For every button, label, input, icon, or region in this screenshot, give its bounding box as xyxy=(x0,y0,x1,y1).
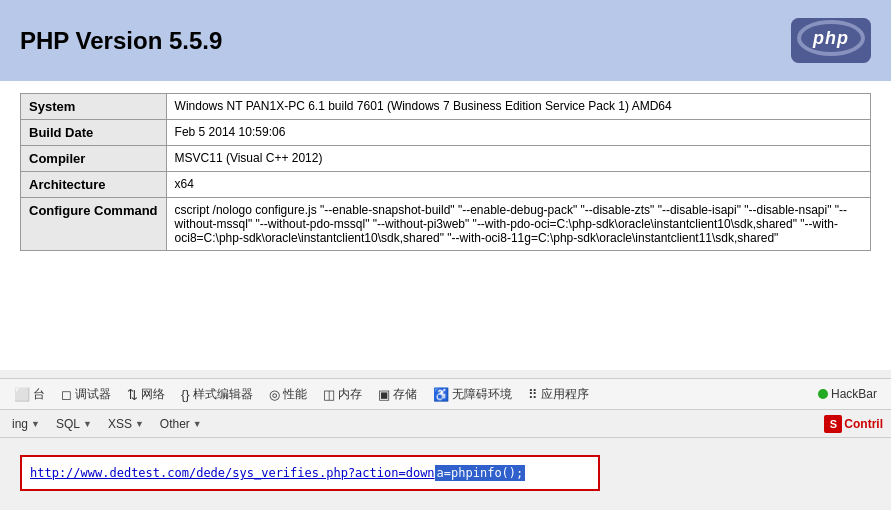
url-bar-area: http://www.dedtest.com/dede/sys_verifies… xyxy=(20,448,871,498)
url-highlight-text: a=phpinfo(); xyxy=(435,465,526,481)
hackbar-xss-arrow: ▼ xyxy=(135,419,144,429)
console-label: 台 xyxy=(33,386,45,403)
perf-icon: ◎ xyxy=(269,387,280,402)
table-label: Configure Command xyxy=(21,198,167,251)
main-content: PHP Version 5.5.9 php SystemWindows NT P… xyxy=(0,0,891,370)
hackbar-dot-icon xyxy=(818,389,828,399)
debugger-label: 调试器 xyxy=(75,386,111,403)
devtools-toolbar: ⬜ 台 ◻ 调试器 ⇅ 网络 {} 样式编辑器 ◎ 性能 ◫ 内存 ▣ 存储 ♿… xyxy=(0,378,891,410)
hackbar-other-arrow: ▼ xyxy=(193,419,202,429)
storage-label: 存储 xyxy=(393,386,417,403)
hackbar-ing-label: ing xyxy=(12,417,28,431)
contri-icon: S xyxy=(824,415,842,433)
hackbar-row: ing ▼ SQL ▼ XSS ▼ Other ▼ S Contril xyxy=(0,410,891,438)
table-label: System xyxy=(21,94,167,120)
toolbar-tab-style-editor[interactable]: {} 样式编辑器 xyxy=(175,384,259,405)
accessibility-label: 无障碍环境 xyxy=(452,386,512,403)
php-info-table: SystemWindows NT PAN1X-PC 6.1 build 7601… xyxy=(20,93,871,251)
accessibility-icon: ♿ xyxy=(433,387,449,402)
application-label: 应用程序 xyxy=(541,386,589,403)
hackbar-button[interactable]: HackBar xyxy=(812,385,883,403)
hackbar-other-label: Other xyxy=(160,417,190,431)
php-logo-text: php xyxy=(791,18,871,63)
table-label: Compiler xyxy=(21,146,167,172)
toolbar-tab-network[interactable]: ⇅ 网络 xyxy=(121,384,171,405)
hackbar-menu-xss[interactable]: XSS ▼ xyxy=(104,415,148,433)
toolbar-tab-debugger[interactable]: ◻ 调试器 xyxy=(55,384,117,405)
table-value: MSVC11 (Visual C++ 2012) xyxy=(166,146,870,172)
table-row: Configure Commandcscript /nologo configu… xyxy=(21,198,871,251)
toolbar-tab-accessibility[interactable]: ♿ 无障碍环境 xyxy=(427,384,518,405)
console-icon: ⬜ xyxy=(14,387,30,402)
style-icon: {} xyxy=(181,387,190,402)
table-row: SystemWindows NT PAN1X-PC 6.1 build 7601… xyxy=(21,94,871,120)
debugger-icon: ◻ xyxy=(61,387,72,402)
memory-icon: ◫ xyxy=(323,387,335,402)
contri-label: Contril xyxy=(844,417,883,431)
table-row: Build DateFeb 5 2014 10:59:06 xyxy=(21,120,871,146)
hackbar-menu-sql[interactable]: SQL ▼ xyxy=(52,415,96,433)
style-label: 样式编辑器 xyxy=(193,386,253,403)
table-label: Architecture xyxy=(21,172,167,198)
toolbar-tab-memory[interactable]: ◫ 内存 xyxy=(317,384,368,405)
table-value: x64 xyxy=(166,172,870,198)
hackbar-xss-label: XSS xyxy=(108,417,132,431)
hackbar-menu-other[interactable]: Other ▼ xyxy=(156,415,206,433)
table-label: Build Date xyxy=(21,120,167,146)
toolbar-tab-console[interactable]: ⬜ 台 xyxy=(8,384,51,405)
toolbar-tab-performance[interactable]: ◎ 性能 xyxy=(263,384,313,405)
hackbar-sql-arrow: ▼ xyxy=(83,419,92,429)
table-value: Windows NT PAN1X-PC 6.1 build 7601 (Wind… xyxy=(166,94,870,120)
perf-label: 性能 xyxy=(283,386,307,403)
table-value: cscript /nologo configure.js "--enable-s… xyxy=(166,198,870,251)
hackbar-label: HackBar xyxy=(831,387,877,401)
php-logo: php xyxy=(791,18,871,63)
table-value: Feb 5 2014 10:59:06 xyxy=(166,120,870,146)
url-normal-text: http://www.dedtest.com/dede/sys_verifies… xyxy=(30,466,435,480)
table-row: CompilerMSVC11 (Visual C++ 2012) xyxy=(21,146,871,172)
hackbar-sql-label: SQL xyxy=(56,417,80,431)
toolbar-tab-storage[interactable]: ▣ 存储 xyxy=(372,384,423,405)
toolbar-tab-application[interactable]: ⠿ 应用程序 xyxy=(522,384,595,405)
hackbar-ing-arrow: ▼ xyxy=(31,419,40,429)
hackbar-menu-ing[interactable]: ing ▼ xyxy=(8,415,44,433)
php-header: PHP Version 5.5.9 php xyxy=(0,0,891,81)
network-label: 网络 xyxy=(141,386,165,403)
page-title: PHP Version 5.5.9 xyxy=(20,27,222,55)
svg-text:php: php xyxy=(812,28,849,48)
network-icon: ⇅ xyxy=(127,387,138,402)
table-row: Architecturex64 xyxy=(21,172,871,198)
storage-icon: ▣ xyxy=(378,387,390,402)
php-logo-svg: php xyxy=(796,19,866,57)
application-icon: ⠿ xyxy=(528,387,538,402)
contri-button[interactable]: S Contril xyxy=(824,415,883,433)
memory-label: 内存 xyxy=(338,386,362,403)
url-input[interactable]: http://www.dedtest.com/dede/sys_verifies… xyxy=(20,455,600,491)
